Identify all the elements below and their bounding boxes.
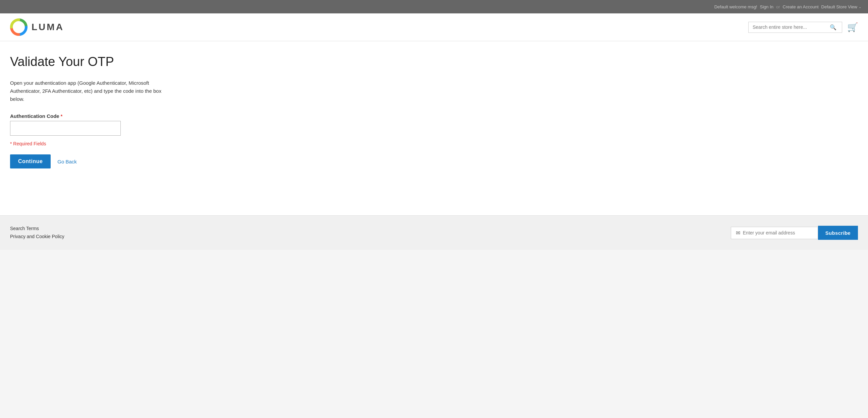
required-fields-note: * Required Fields <box>10 141 858 146</box>
cart-icon[interactable]: 🛒 <box>847 22 858 33</box>
newsletter-email-wrap: ✉ <box>731 227 818 239</box>
search-terms-link[interactable]: Search Terms <box>10 226 64 231</box>
continue-button[interactable]: Continue <box>10 154 51 169</box>
subscribe-button[interactable]: Subscribe <box>818 226 858 240</box>
go-back-link[interactable]: Go Back <box>57 159 77 165</box>
newsletter-email-input[interactable] <box>743 230 813 236</box>
search-input[interactable] <box>753 25 829 30</box>
store-view-selector[interactable]: Default Store View ⌄ <box>822 4 861 9</box>
auth-code-label: Authentication Code * <box>10 113 858 119</box>
main-content: Validate Your OTP Open your authenticati… <box>0 41 868 215</box>
top-bar: Default welcome msg! Sign In or Create a… <box>0 0 868 13</box>
chevron-down-icon: ⌄ <box>859 5 861 9</box>
welcome-message: Default welcome msg! <box>714 4 757 9</box>
newsletter-section: ✉ Subscribe <box>731 226 858 240</box>
site-footer: Search Terms Privacy and Cookie Policy ✉… <box>0 215 868 250</box>
auth-code-label-text: Authentication Code <box>10 113 59 119</box>
site-header: LUMA 🔍 🛒 <box>0 13 868 41</box>
search-button[interactable]: 🔍 <box>829 24 838 31</box>
logo-text: LUMA <box>32 22 64 33</box>
store-view-label: Default Store View <box>822 4 857 9</box>
auth-code-input[interactable] <box>10 121 121 136</box>
create-account-link[interactable]: Create an Account <box>783 4 819 9</box>
privacy-policy-link[interactable]: Privacy and Cookie Policy <box>10 234 64 239</box>
header-right: 🔍 🛒 <box>748 22 858 33</box>
signin-link[interactable]: Sign In <box>760 4 773 9</box>
footer-links: Search Terms Privacy and Cookie Policy <box>10 226 64 239</box>
required-star: * <box>61 113 62 119</box>
search-box[interactable]: 🔍 <box>748 22 842 33</box>
logo-link[interactable]: LUMA <box>10 19 64 36</box>
or-separator: or <box>776 4 780 9</box>
form-buttons: Continue Go Back <box>10 154 858 169</box>
logo-icon <box>10 19 28 36</box>
envelope-icon: ✉ <box>736 230 740 236</box>
page-title: Validate Your OTP <box>10 55 858 69</box>
otp-description: Open your authentication app (Google Aut… <box>10 79 171 103</box>
